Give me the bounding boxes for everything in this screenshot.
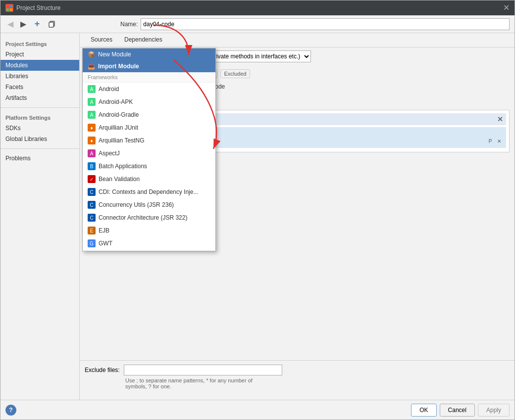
new-module-label: New Module bbox=[98, 51, 131, 58]
cancel-button[interactable]: Cancel bbox=[440, 404, 475, 417]
aspectj-label: AspectJ bbox=[99, 150, 120, 157]
sidebar-item-facets[interactable]: Facets bbox=[0, 82, 79, 93]
dropdown-item-bean-validation[interactable]: ✓ Bean Validation bbox=[83, 173, 215, 186]
close-button[interactable]: ✕ bbox=[503, 4, 510, 12]
bean-validation-label: Bean Validation bbox=[99, 176, 140, 183]
app-icon bbox=[5, 4, 13, 12]
tab-dependencies[interactable]: Dependencies bbox=[118, 33, 168, 47]
dropdown-item-gwt[interactable]: G GWT bbox=[83, 237, 215, 250]
sidebar-item-global-libraries[interactable]: Global Libraries bbox=[0, 134, 79, 144]
exclude-row: Exclude files: bbox=[85, 365, 510, 375]
android-icon: A bbox=[88, 85, 96, 93]
help-button[interactable]: ? bbox=[5, 405, 16, 416]
concurrency-label: Concurrency Utils (JSR 236) bbox=[99, 201, 174, 208]
dropdown-import-module[interactable]: 📥 Import Module bbox=[83, 60, 215, 72]
sidebar-divider-1 bbox=[0, 107, 79, 108]
android-gradle-label: Android-Gradle bbox=[99, 111, 139, 118]
apply-button[interactable]: Apply bbox=[478, 404, 510, 417]
sidebar-item-artifacts[interactable]: Artifacts bbox=[0, 93, 79, 103]
sidebar-item-project[interactable]: Project bbox=[0, 49, 79, 60]
sidebar-item-problems[interactable]: Problems bbox=[0, 153, 79, 164]
dropdown-item-android-apk[interactable]: A Android-APK bbox=[83, 95, 215, 108]
svg-rect-0 bbox=[6, 5, 9, 7]
src-item-remove-button[interactable]: ✕ bbox=[495, 137, 503, 145]
dropdown-item-android-gradle[interactable]: A Android-Gradle bbox=[83, 108, 215, 121]
project-structure-dialog: Project Structure ✕ ◀ ▶ + Name: Project … bbox=[0, 0, 515, 420]
arquillian-testng-label: Arquillian TestNG bbox=[99, 137, 144, 144]
exclude-input[interactable] bbox=[124, 365, 282, 375]
batch-label: Batch Applications bbox=[99, 163, 147, 170]
ejb-icon: E bbox=[88, 227, 96, 234]
batch-icon: B bbox=[88, 162, 96, 170]
name-input[interactable] bbox=[141, 18, 510, 30]
bottom-area: Exclude files: Use ; to separate name pa… bbox=[80, 360, 515, 400]
content-root-close-button[interactable]: ✕ bbox=[497, 115, 503, 123]
platform-settings-title: Platform Settings bbox=[0, 112, 79, 123]
copy-button[interactable] bbox=[46, 18, 58, 30]
title-bar-left: Project Structure bbox=[5, 4, 60, 12]
breadcrumb-excluded: Excluded bbox=[220, 69, 250, 78]
exclude-label: Exclude files: bbox=[85, 367, 120, 373]
ejb-label: EJB bbox=[99, 227, 109, 234]
sidebar-divider-2 bbox=[0, 148, 79, 149]
tabs-row: Sources Dependencies bbox=[80, 33, 515, 47]
svg-rect-2 bbox=[6, 8, 9, 11]
dropdown-item-android[interactable]: A Android bbox=[83, 83, 215, 95]
android-gradle-icon: A bbox=[88, 111, 96, 119]
frameworks-section-title: Frameworks bbox=[83, 72, 215, 83]
back-button[interactable]: ◀ bbox=[5, 19, 15, 29]
dropdown-item-google-app-engine[interactable]: G Google App Engine bbox=[83, 250, 215, 251]
gwt-icon: G bbox=[88, 239, 96, 247]
title-bar: Project Structure ✕ bbox=[0, 0, 515, 15]
dialog-title: Project Structure bbox=[16, 4, 60, 11]
arquillian-testng-icon: ♦ bbox=[88, 137, 96, 144]
dropdown-item-arquillian-junit[interactable]: ♦ Arquillian JUnit bbox=[83, 121, 215, 134]
dropdown-item-arquillian-testng[interactable]: ♦ Arquillian TestNG bbox=[83, 134, 215, 147]
android-label: Android bbox=[99, 86, 119, 93]
main-content: Project Settings Project Modules Librari… bbox=[0, 33, 515, 400]
aspectj-icon: A bbox=[88, 149, 96, 157]
src-item-controls: P ✕ bbox=[486, 137, 503, 145]
dropdown-item-aspectj[interactable]: A AspectJ bbox=[83, 147, 215, 160]
dropdown-item-cdi[interactable]: C CDI: Contexts and Dependency Inje... bbox=[83, 186, 215, 198]
dropdown-item-ejb[interactable]: E EJB bbox=[83, 224, 215, 237]
name-label: Name: bbox=[120, 21, 138, 28]
cdi-icon: C bbox=[88, 188, 96, 196]
svg-rect-5 bbox=[49, 22, 53, 27]
main-toolbar: ◀ ▶ + Name: bbox=[0, 15, 515, 33]
sidebar-item-libraries[interactable]: Libraries bbox=[0, 71, 79, 82]
svg-rect-3 bbox=[10, 8, 12, 11]
gwt-label: GWT bbox=[99, 240, 112, 247]
import-module-label: Import Module bbox=[98, 63, 139, 70]
dialog-btn-group: OK Cancel Apply bbox=[411, 404, 510, 417]
project-settings-title: Project Settings bbox=[0, 38, 79, 49]
connector-icon: C bbox=[88, 214, 96, 222]
dropdown-item-batch[interactable]: B Batch Applications bbox=[83, 160, 215, 173]
add-button[interactable]: + bbox=[31, 18, 43, 30]
tab-sources[interactable]: Sources bbox=[85, 33, 118, 47]
android-apk-icon: A bbox=[88, 98, 96, 106]
src-item-edit-button[interactable]: P bbox=[486, 137, 494, 145]
exclude-hint-2: symbols, ? for one. bbox=[85, 383, 510, 389]
exclude-hint-1: Use ; to separate name patterns, * for a… bbox=[85, 377, 510, 383]
svg-rect-1 bbox=[10, 5, 12, 7]
new-module-icon: 📦 bbox=[88, 51, 95, 58]
connector-label: Connector Architecture (JSR 322) bbox=[99, 214, 187, 221]
forward-button[interactable]: ▶ bbox=[18, 19, 28, 29]
arquillian-junit-label: Arquillian JUnit bbox=[99, 124, 138, 131]
cdi-label: CDI: Contexts and Dependency Inje... bbox=[99, 188, 198, 195]
sidebar-item-sdks[interactable]: SDKs bbox=[0, 123, 79, 134]
framework-list: A Android A Android-APK A Android-Gradle… bbox=[83, 83, 215, 251]
sidebar: Project Settings Project Modules Librari… bbox=[0, 33, 80, 400]
arquillian-junit-icon: ♦ bbox=[88, 124, 96, 132]
dropdown-item-concurrency[interactable]: C Concurrency Utils (JSR 236) bbox=[83, 198, 215, 211]
add-dropdown: 📦 New Module 📥 Import Module Frameworks … bbox=[82, 48, 216, 251]
sidebar-item-modules[interactable]: Modules bbox=[0, 60, 79, 71]
concurrency-icon: C bbox=[88, 201, 96, 209]
dialog-buttons: ? OK Cancel Apply bbox=[0, 400, 515, 420]
bean-validation-icon: ✓ bbox=[88, 175, 96, 183]
dropdown-item-new-module[interactable]: 📦 New Module bbox=[83, 48, 215, 60]
android-apk-label: Android-APK bbox=[99, 98, 133, 105]
ok-button[interactable]: OK bbox=[411, 404, 436, 417]
dropdown-item-connector[interactable]: C Connector Architecture (JSR 322) bbox=[83, 211, 215, 224]
